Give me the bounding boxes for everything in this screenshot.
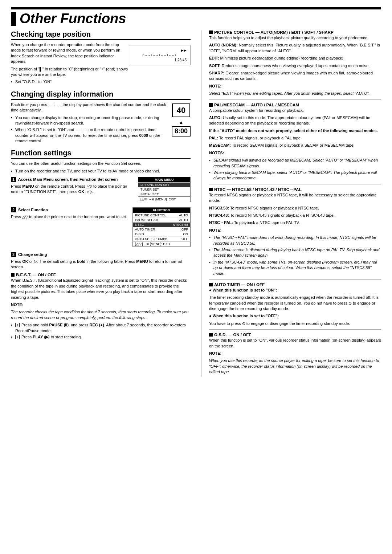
pal-mesecam: MESECAM: To record SECAM signals, or pla… — [209, 143, 381, 148]
func-label-picture: PICTURE CONTROL — [135, 213, 166, 217]
changing-display-bullets: You can change display in the stop, reco… — [11, 115, 191, 144]
osd-title: O.S.D. — ON / OFF — [209, 333, 381, 337]
auto-timer-title: AUTO TIMER — ON / OFF — [209, 282, 381, 287]
picture-soft: SOFT: Reduces image coarseness when view… — [209, 63, 381, 69]
pal-pal: PAL: To record PAL signals, or playback … — [209, 135, 381, 141]
step-3-num: 3 — [11, 252, 16, 257]
ntsc-body: To record NTSC signals or playback a NTS… — [209, 192, 381, 204]
best-note-step-2: 2 Press PLAY (▶) to start recording. — [11, 334, 191, 340]
func-val-splp: OFF — [181, 237, 188, 241]
ntsc-note-3: In the "NTSC4.43" mode, with some TVs, o… — [209, 260, 381, 276]
ntsc-note-2: The Menu screen is distorted during play… — [209, 247, 381, 258]
auto-timer-square-icon — [209, 283, 213, 286]
func-val-ntsc: NTSC3.58 — [173, 223, 188, 227]
title-block — [11, 12, 16, 26]
ntsc-title-text: NTSC — NTSC3.58 / NTSC4.43 / NTSC→PAL — [214, 187, 302, 192]
pal-bold-note: If the "AUTO" mode does not work properl… — [209, 128, 381, 134]
tape-time: 1:23:45 — [133, 58, 187, 62]
func-row-pal: PAL/MESECAM AUTO — [133, 217, 190, 222]
changing-display-bullet-1: You can change display in the stop, reco… — [11, 115, 191, 126]
best-title: B.E.S.T. — ON / OFF — [11, 273, 191, 277]
ntsc-square-icon — [209, 188, 213, 191]
func-box-header: FUNCTION — [133, 208, 190, 213]
picture-sharp: SHARP: Clearer, sharper-edged picture wh… — [209, 70, 381, 82]
step-3-title: 3 Change setting — [11, 252, 191, 257]
tape-scale: 0----+----+----+----+ — [133, 53, 187, 57]
func-box-footer: [△/▽]→⊕ [MENU]: EXIT — [133, 241, 190, 247]
picture-control-body: This function helps you to adjust the pl… — [209, 35, 381, 41]
pal-note-2: When playing back a SECAM tape, select "… — [209, 170, 381, 181]
tape-ff-arrows: ▶▶ — [133, 48, 187, 52]
checking-tape-title: Checking tape position — [11, 30, 191, 40]
best-note-steps: 1 Press and hold PAUSE (II), and press R… — [11, 322, 191, 340]
auto-timer-section: AUTO TIMER — ON / OFF ● When this functi… — [209, 282, 381, 326]
pal-auto: AUTO: Usually set to this mode. The appr… — [209, 115, 381, 126]
picture-auto: AUTO (NORM): Normally select this. Pictu… — [209, 42, 381, 54]
changing-display-section: Changing display information 40 ▲ 8:00 E… — [11, 90, 191, 146]
step-1-label: Access Main Menu screen, then Function S… — [18, 177, 118, 182]
checking-tape-section: Checking tape position ▶▶ 0----+----+---… — [11, 30, 191, 86]
best-square-icon — [11, 273, 15, 277]
changing-display-title: Changing display information — [11, 90, 191, 100]
osd-title-text: O.S.D. — ON / OFF — [214, 333, 251, 337]
menu-item-tuner: TUNER SET — [138, 187, 190, 192]
pal-notes-label: NOTES: — [209, 151, 224, 155]
step-3-body: Press OK or ▷. The default setting is bo… — [11, 259, 191, 270]
auto-timer-when-on-label: ● When this function is set to "ON": — [209, 288, 381, 293]
main-menu-header: MAIN MENU — [138, 177, 190, 182]
step-3-label: Change setting — [18, 252, 47, 257]
osd-note-italic: When you use this recorder as the source… — [209, 358, 381, 375]
step-2-label: Select Function — [18, 208, 48, 212]
best-note-step-1: 1 Press and hold PAUSE (II), and press R… — [11, 322, 191, 334]
pal-title-text: PAL/MESECAM — AUTO / PAL / MESECAM — [214, 103, 299, 107]
picture-control-section: PICTURE CONTROL — AUTO(NORM) / EDIT / SO… — [209, 30, 381, 97]
step-3: 3 Change setting Press OK or ▷. The defa… — [11, 252, 191, 270]
function-settings-body: You can use the other useful function se… — [11, 161, 191, 166]
main-menu-footer: [△/▽]→⊕ [MENU]: EXIT — [138, 196, 190, 202]
func-val-autotimer: OFF — [181, 228, 188, 231]
ntsc-note-label: NOTE: — [209, 228, 221, 232]
main-menu-box: MAIN MENU LP FUNCTION SET TUNER SET INIT… — [138, 177, 191, 202]
step-2: FUNCTION PICTURE CONTROL AUTO PAL/MESECA… — [11, 207, 191, 249]
auto-timer-when-off-label: ● When this function is set to "OFF": — [209, 313, 381, 319]
func-row-picture: PICTURE CONTROL AUTO — [133, 213, 190, 217]
tape-position-box: ▶▶ 0----+----+----+----+ 1:23:45 — [129, 45, 191, 65]
osd-body: When this function is set to "ON", vario… — [209, 338, 381, 349]
menu-item-initial: INITIAL SET — [138, 192, 190, 196]
ntsc-443: NTSC4.43: To record NTSC4.43 signals or … — [209, 213, 381, 218]
best-note-text: The recorder checks the tape condition f… — [11, 309, 191, 321]
func-val-pal: AUTO — [179, 218, 188, 222]
changing-display-bullet-2: When "O.S.D." is set to "ON" and – –:– –… — [11, 127, 191, 144]
pal-notes-bullets: SECAM signals will always be recorded as… — [209, 158, 381, 181]
page-title: Other Functions — [11, 7, 381, 27]
right-column: PICTURE CONTROL — AUTO(NORM) / EDIT / SO… — [201, 30, 381, 377]
func-label-osd: O.S.D. — [135, 232, 145, 236]
auto-timer-when-off-text: You have to press ⊙ to engage or disenga… — [209, 321, 381, 326]
pal-square-icon — [209, 103, 213, 107]
step-1-num: 1 — [11, 177, 16, 182]
function-settings-title: Function settings — [11, 149, 191, 159]
ntsc-pal: NTSC→PAL: To playback a NTSC tape on PAL… — [209, 220, 381, 225]
func-row-osd: O.S.D. ON — [133, 232, 190, 236]
menu-item-lp: LP FUNCTION SET — [138, 182, 190, 187]
function-settings-bullet: Turn on the recorder and the TV, and set… — [11, 168, 191, 174]
auto-timer-title-text: AUTO TIMER — ON / OFF — [214, 282, 265, 287]
func-row-ntsc: NTSC NTSC3.58 — [133, 222, 190, 227]
osd-section: O.S.D. — ON / OFF When this function is … — [209, 333, 381, 375]
osd-square-icon — [209, 333, 213, 337]
best-title-text: B.E.S.T. — ON / OFF — [16, 273, 56, 277]
pal-note-1: SECAM signals will always be recorded as… — [209, 158, 381, 169]
best-note-label: NOTE: — [11, 302, 23, 307]
func-label-pal: PAL/MESECAM — [135, 218, 158, 222]
picture-control-square-icon — [209, 30, 213, 34]
checking-tape-body2: The position of "▌" in relation to "0" (… — [11, 66, 191, 78]
checking-tape-bullets: Set "O.S.D." to "ON". — [11, 79, 191, 85]
picture-edit: EDIT: Minimizes picture degradation duri… — [209, 56, 381, 61]
ntsc-section: NTSC — NTSC3.58 / NTSC4.43 / NTSC→PAL To… — [209, 187, 381, 276]
func-row-autotimer: AUTO TIMER OFF — [133, 227, 190, 232]
picture-note-label: NOTE: — [209, 84, 221, 88]
checking-tape-bullet: Set "O.S.D." to "ON". — [11, 79, 191, 85]
ntsc-note-1: The "NTSC→PAL" mode does not work during… — [209, 235, 381, 246]
func-row-splp: AUTO SP→LP TIMER OFF — [133, 236, 190, 241]
func-box: FUNCTION PICTURE CONTROL AUTO PAL/MESECA… — [132, 207, 191, 247]
